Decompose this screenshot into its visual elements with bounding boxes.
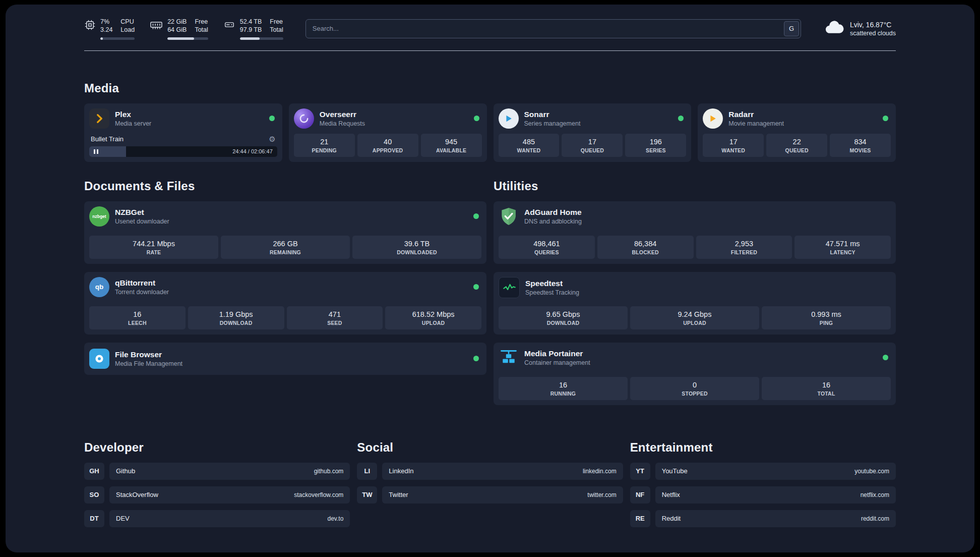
stat-label: MOVIES [832,147,889,153]
app-name: File Browser [115,350,182,359]
stat-tile: 945 AVAILABLE [421,134,482,157]
system-stats: 7% 3.24 CPU Load [84,18,283,40]
sonarr-card[interactable]: Sonarr Series management 485 WANTED 17 Q… [494,103,692,162]
link-url: github.com [314,468,344,475]
stat-label: LEECH [91,320,183,326]
storage-usage-bar [240,37,283,40]
stat-tile: 86,384 BLOCKED [597,236,694,259]
app-subtitle: Media server [115,120,151,127]
section-title-utilities: Utilities [494,179,896,193]
qbittorrent-card[interactable]: qb qBittorrent Torrent downloader 16 LEE… [84,272,486,335]
stat-tile: 47.571 ms LATENCY [794,236,891,259]
cpu-load-label: Load [120,26,135,34]
memory-usage-bar [167,37,208,40]
link-row-netflix[interactable]: NF Netflix netflix.com [630,486,896,504]
utilities-section: Utilities AdGuard Home DNS and adblockin… [494,179,896,405]
stat-value: 2,953 [698,240,790,248]
plex-icon [89,108,109,129]
memory-icon [150,19,163,32]
section-title-documents: Documents & Files [84,179,486,193]
app-subtitle: Speedtest Tracking [525,289,579,296]
stat-label: QUEUED [768,147,825,153]
stat-label: DOWNLOAD [501,320,626,326]
filebrowser-card[interactable]: File Browser Media File Management [84,343,486,375]
stat-label: RATE [91,249,216,255]
status-dot [473,356,479,361]
search-input[interactable] [306,20,782,38]
settings-gear-icon[interactable]: ⚙ [269,135,275,143]
app-name: qBittorrent [115,278,169,288]
top-bar: 7% 3.24 CPU Load [84,18,896,40]
stat-tile: 485 WANTED [499,134,560,157]
app-subtitle: Series management [524,120,581,127]
search-engine-button[interactable]: G [784,21,799,36]
link-name: Reddit [662,515,681,522]
player-progress-bar[interactable]: 24:44 / 02:06:47 [89,146,277,157]
developer-links-section: Developer GH Github github.com SO StackO… [84,440,350,527]
radarr-icon [703,108,723,129]
stat-value: 16 [501,381,626,389]
stat-label: APPROVED [359,147,416,153]
stat-value: 16 [764,381,889,389]
link-name: DEV [116,515,130,522]
stat-tile: 9.65 Gbps DOWNLOAD [499,306,628,329]
stat-value: 744.21 Mbps [91,240,216,248]
stat-tile: 834 MOVIES [830,134,891,157]
link-url: stackoverflow.com [294,491,343,498]
weather-location: Lviv, 16.87°C [850,21,896,29]
cpu-load-value: 3.24 [100,26,112,34]
link-row-linkedin[interactable]: LI LinkedIn linkedin.com [357,463,623,480]
portainer-crane-icon [499,348,519,368]
documents-section: Documents & Files nzbget NZBGet Usenet d… [84,179,486,405]
status-dot [269,116,275,121]
portainer-card[interactable]: Media Portainer Container management 16 … [494,343,896,405]
stat-label: FILTERED [698,249,790,255]
now-playing-title: Bullet Train [91,135,124,143]
stat-label: TOTAL [764,391,889,397]
link-row-reddit[interactable]: RE Reddit reddit.com [630,510,896,527]
stat-value: 16 [91,310,183,318]
entertainment-links-section: Entertainment YT YouTube youtube.com NF … [630,440,896,527]
link-row-twitter[interactable]: TW Twitter twitter.com [357,486,623,504]
storage-total-value: 97.9 TB [240,26,262,34]
stat-tile: 744.21 Mbps RATE [89,236,218,259]
link-row-github[interactable]: GH Github github.com [84,463,350,480]
stat-tile: 16 RUNNING [499,377,628,400]
memory-total-label: Total [195,26,208,34]
stat-label: UPLOAD [632,320,757,326]
cloud-icon [824,20,844,37]
app-subtitle: Torrent downloader [115,289,169,296]
overseerr-icon [294,108,314,129]
stat-value: 9.24 Gbps [632,310,757,318]
app-name: NZBGet [115,208,169,217]
cpu-usage-widget: 7% 3.24 CPU Load [84,18,135,40]
stat-label: LATENCY [797,249,889,255]
app-subtitle: Usenet downloader [115,218,169,225]
stat-tile: 9.24 Gbps UPLOAD [630,306,759,329]
cpu-percent: 7% [100,18,112,26]
adguard-card[interactable]: AdGuard Home DNS and adblocking 498,461 … [494,201,896,264]
pause-icon[interactable] [94,149,98,154]
nzbget-icon: nzbget [89,206,109,227]
stat-value: 196 [627,138,684,146]
link-row-youtube[interactable]: YT YouTube youtube.com [630,463,896,480]
stat-value: 21 [296,138,353,146]
overseerr-card[interactable]: Overseerr Media Requests 21 PENDING 40 A… [289,103,487,162]
plex-card[interactable]: Plex Media server Bullet Train ⚙ 24:44 /… [84,103,282,162]
link-name: StackOverflow [116,491,158,498]
radarr-card[interactable]: Radarr Movie management 17 WANTED 22 QUE… [698,103,896,162]
stat-label: SERIES [627,147,684,153]
stat-tile: 16 TOTAL [762,377,891,400]
link-row-stackoverflow[interactable]: SO StackOverflow stackoverflow.com [84,486,350,504]
filebrowser-icon [89,349,109,369]
link-name: Netflix [662,491,680,498]
stat-tile: 196 SERIES [625,134,686,157]
link-row-dev[interactable]: DT DEV dev.to [84,510,350,527]
status-dot [883,355,888,360]
link-url: dev.to [328,515,344,522]
status-dot [474,116,479,121]
nzbget-card[interactable]: nzbget NZBGet Usenet downloader 744.21 M… [84,201,486,264]
speedtest-card[interactable]: Speedtest Speedtest Tracking 9.65 Gbps D… [494,272,896,335]
weather-condition: scattered clouds [850,30,896,37]
playback-time: 24:44 / 02:06:47 [232,148,273,154]
